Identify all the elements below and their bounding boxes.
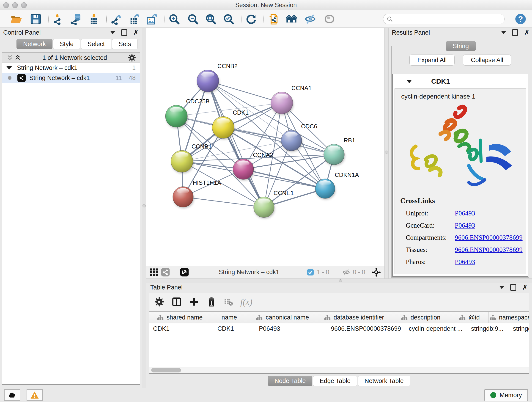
column-header-databaseidentifier[interactable]: database identifier bbox=[317, 312, 391, 323]
delete-table-icon[interactable] bbox=[224, 297, 233, 306]
fit-content-crosshair-icon[interactable] bbox=[371, 267, 381, 277]
network-node-CDC6[interactable] bbox=[281, 130, 302, 152]
network-graph[interactable]: CCNB2CCNA1CDC25BCDK1CDC6RB1CCNB1CCNA2CDK… bbox=[146, 28, 385, 266]
zoom-out-icon[interactable] bbox=[187, 13, 199, 25]
crosslink-link[interactable]: P06493 bbox=[455, 210, 475, 217]
gene-section-caret[interactable] bbox=[406, 80, 412, 83]
table-cell[interactable]: stringdb:9... bbox=[467, 323, 509, 334]
save-session-icon[interactable] bbox=[30, 13, 42, 25]
show-all-icon[interactable] bbox=[323, 13, 336, 25]
collapse-all-button[interactable]: Collapse All bbox=[463, 55, 511, 65]
zoom-fit-icon[interactable] bbox=[205, 13, 217, 25]
results-panel-float-icon[interactable] bbox=[512, 29, 518, 36]
network-collection-row[interactable]: String Network – cdk1 1 bbox=[2, 63, 140, 73]
expand-all-icon[interactable] bbox=[14, 54, 22, 61]
crosslink-link[interactable]: 9606.ENSP00000378699 bbox=[455, 246, 523, 254]
network-node-RB1[interactable] bbox=[324, 144, 345, 166]
tab-style[interactable]: Style bbox=[53, 39, 80, 49]
import-network-database-icon[interactable] bbox=[70, 13, 82, 25]
add-column-icon[interactable] bbox=[189, 297, 199, 307]
birdseye-grid-icon[interactable] bbox=[149, 268, 158, 277]
table-panel-close-icon[interactable]: ✗ bbox=[522, 284, 528, 291]
tab-sets[interactable]: Sets bbox=[112, 39, 138, 49]
column-header-sharedname[interactable]: shared name bbox=[149, 312, 210, 323]
table-cell[interactable]: stringdb bbox=[509, 323, 529, 334]
network-row[interactable]: String Network – cdk1 11 48 bbox=[2, 73, 140, 83]
search-input[interactable] bbox=[395, 15, 501, 23]
selected-checkbox-icon[interactable] bbox=[307, 269, 314, 276]
table-horizontal-scrollbar[interactable] bbox=[149, 367, 529, 373]
network-node-HIST1H1A[interactable] bbox=[173, 186, 194, 208]
import-table-icon[interactable] bbox=[88, 13, 100, 25]
hide-selected-icon[interactable] bbox=[304, 13, 316, 25]
memory-button[interactable]: Memory bbox=[484, 389, 528, 401]
collapse-all-icon[interactable] bbox=[6, 54, 14, 61]
control-panel-close-icon[interactable]: ✗ bbox=[133, 29, 139, 36]
crosslink-link[interactable]: 9606.ENSP00000378699 bbox=[455, 234, 523, 241]
network-edge-CCNA2-CDKN1A[interactable] bbox=[243, 169, 325, 189]
network-node-CDC25B[interactable] bbox=[165, 105, 188, 128]
table-row[interactable]: CDK1CDK1P064939606.ENSP00000378699cyclin… bbox=[149, 323, 529, 334]
tab-edge-table[interactable]: Edge Table bbox=[313, 376, 357, 386]
control-panel-float-icon[interactable] bbox=[121, 29, 127, 36]
network-badge-icon[interactable] bbox=[161, 268, 170, 277]
show-columns-icon[interactable] bbox=[172, 297, 182, 307]
network-node-CDKN1A[interactable] bbox=[315, 179, 336, 200]
table-cell[interactable]: P06493 bbox=[255, 323, 327, 334]
open-session-icon[interactable] bbox=[10, 13, 22, 25]
column-header-description[interactable]: description bbox=[391, 312, 450, 323]
hidden-eye-icon[interactable] bbox=[342, 268, 350, 276]
export-image-icon[interactable] bbox=[146, 13, 158, 25]
table-panel-menu-icon[interactable] bbox=[499, 286, 504, 289]
column-header-name[interactable]: name bbox=[210, 312, 248, 323]
network-canvas[interactable]: CCNB2CCNA1CDC25BCDK1CDC6RB1CCNB1CCNA2CDK… bbox=[146, 28, 385, 266]
control-panel-menu-icon[interactable] bbox=[110, 31, 115, 34]
results-panel-close-icon[interactable]: ✗ bbox=[524, 29, 530, 36]
results-tab-string[interactable]: String bbox=[446, 41, 476, 51]
tab-node-table[interactable]: Node Table bbox=[268, 376, 312, 386]
horizontal-splitter[interactable] bbox=[146, 279, 532, 283]
function-builder-icon[interactable]: f(x) bbox=[240, 297, 253, 307]
first-neighbors-icon[interactable] bbox=[285, 13, 298, 25]
table-cell[interactable]: CDK1 bbox=[149, 323, 214, 334]
column-header-id[interactable]: @id bbox=[450, 312, 489, 323]
scrollbar-thumb[interactable] bbox=[151, 368, 181, 372]
export-network-icon[interactable] bbox=[110, 13, 122, 25]
vertical-splitter-right[interactable] bbox=[385, 28, 389, 279]
vertical-splitter-left[interactable] bbox=[142, 28, 146, 388]
tab-network[interactable]: Network bbox=[17, 39, 52, 49]
network-node-CCNE1[interactable] bbox=[254, 197, 275, 219]
tab-network-table[interactable]: Network Table bbox=[358, 376, 410, 386]
table-cell[interactable]: cyclin-dependent ... bbox=[405, 323, 467, 334]
warnings-button[interactable] bbox=[27, 389, 43, 401]
import-network-file-icon[interactable] bbox=[52, 13, 64, 25]
share-document-icon[interactable] bbox=[268, 13, 279, 25]
search-field[interactable] bbox=[383, 14, 505, 24]
table-options-gear-icon[interactable] bbox=[154, 297, 164, 307]
open-in-new-window-icon[interactable] bbox=[180, 268, 189, 277]
collection-expand-caret[interactable] bbox=[6, 66, 12, 70]
table-cell[interactable]: 9606.ENSP00000378699 bbox=[327, 323, 405, 334]
network-edge-CCNE1-HIST1H1A[interactable] bbox=[183, 197, 264, 207]
table-panel-float-icon[interactable] bbox=[510, 284, 516, 291]
network-node-CDK1[interactable] bbox=[212, 116, 235, 140]
table-cell[interactable]: CDK1 bbox=[214, 323, 255, 334]
column-header-namespace[interactable]: namespace bbox=[489, 312, 529, 323]
column-header-canonicalname[interactable]: canonical name bbox=[248, 312, 317, 323]
network-edge-CCNB2-CCNE1[interactable] bbox=[208, 81, 264, 207]
export-table-icon[interactable] bbox=[128, 13, 140, 25]
crosslink-link[interactable]: P06493 bbox=[455, 222, 475, 229]
cloud-status-button[interactable] bbox=[4, 389, 20, 401]
refresh-icon[interactable] bbox=[245, 13, 257, 25]
tab-select[interactable]: Select bbox=[81, 39, 111, 49]
help-icon[interactable]: ? bbox=[515, 13, 526, 25]
tree-options-gear-icon[interactable] bbox=[128, 54, 136, 62]
results-panel-menu-icon[interactable] bbox=[501, 31, 506, 34]
zoom-selected-icon[interactable] bbox=[223, 13, 234, 25]
expand-all-button[interactable]: Expand All bbox=[409, 55, 455, 65]
delete-column-icon[interactable] bbox=[206, 297, 216, 307]
crosslink-link[interactable]: P06493 bbox=[455, 258, 475, 266]
network-node-CCNA2[interactable] bbox=[233, 159, 254, 181]
zoom-in-icon[interactable] bbox=[168, 13, 180, 25]
network-node-CCNA1[interactable] bbox=[271, 92, 293, 115]
